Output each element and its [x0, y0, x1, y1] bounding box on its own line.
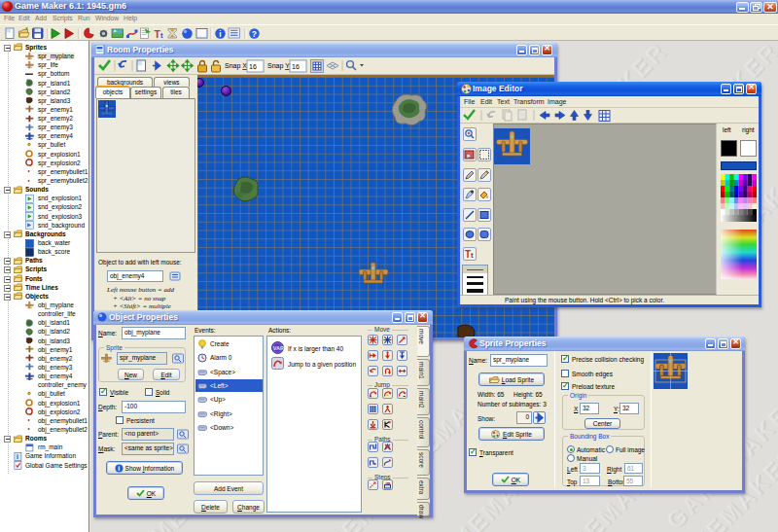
- svg-text:t: t: [160, 31, 163, 40]
- svg-text:t: t: [471, 251, 474, 260]
- svg-text:16: 16: [249, 63, 257, 70]
- svg-text:VAR: VAR: [273, 345, 284, 351]
- svg-text:i: i: [219, 29, 221, 39]
- svg-text:Snap X:: Snap X:: [225, 62, 249, 70]
- svg-text:Snap Y:: Snap Y:: [267, 62, 291, 70]
- svg-text:i: i: [17, 452, 18, 459]
- svg-text:?: ?: [252, 29, 257, 39]
- svg-text:i: i: [118, 465, 120, 472]
- svg-text:16: 16: [292, 63, 300, 70]
